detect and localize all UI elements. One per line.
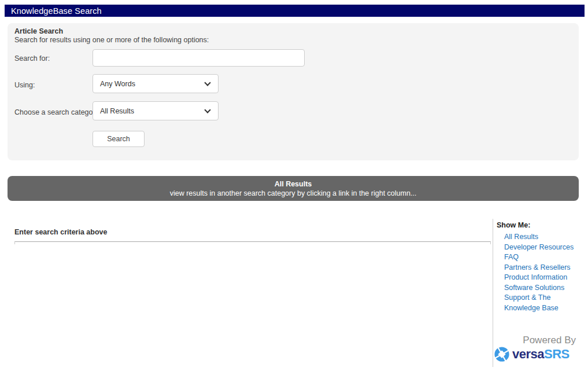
- article-search-title: Article Search: [14, 27, 63, 35]
- sidebar-divider-line: [493, 219, 493, 367]
- brand-srs-text: SRS: [544, 347, 569, 361]
- show-me-link-list: All Results Developer Resources FAQ Part…: [504, 232, 581, 313]
- versasrs-shutter-icon: [494, 347, 509, 362]
- results-banner: All Results view results in another sear…: [8, 176, 579, 201]
- category-select-wrap: All Results: [93, 101, 219, 120]
- powered-by-text: Powered By: [495, 335, 576, 346]
- article-search-subtitle: Search for results using one or more of …: [14, 36, 209, 44]
- page-header-bar: KnowledgeBase Search: [5, 5, 585, 17]
- sidebar-link-support-knowledge-base[interactable]: Support & The Knowledge Base: [504, 293, 581, 313]
- using-select-wrap: Any Words: [93, 74, 219, 93]
- page-title: KnowledgeBase Search: [11, 6, 102, 16]
- sidebar-link-partners-resellers[interactable]: Partners & Resellers: [504, 263, 581, 273]
- show-me-heading: Show Me:: [497, 221, 530, 229]
- search-for-label: Search for:: [14, 54, 50, 63]
- search-input[interactable]: [93, 49, 305, 67]
- sidebar-link-software-solutions[interactable]: Software Solutions: [504, 283, 581, 293]
- category-select[interactable]: All Results: [93, 101, 219, 120]
- category-label: Choose a search category:: [14, 108, 101, 116]
- versasrs-logo: versaSRS: [494, 347, 569, 362]
- results-divider-line: [14, 241, 491, 244]
- sidebar-link-faq[interactable]: FAQ: [504, 252, 581, 263]
- results-banner-subtitle: view results in another search category …: [170, 189, 417, 197]
- brand-versa-text: versa: [512, 347, 544, 361]
- sidebar-link-developer-resources[interactable]: Developer Resources: [504, 243, 581, 253]
- using-label: Using:: [14, 81, 35, 89]
- versasrs-wordmark: versaSRS: [512, 347, 569, 362]
- sidebar-link-product-information[interactable]: Product Information: [504, 273, 581, 283]
- results-banner-title: All Results: [275, 180, 312, 188]
- knowledgebase-search-page: KnowledgeBase Search Article Search Sear…: [0, 0, 588, 378]
- sidebar-link-all-results[interactable]: All Results: [504, 232, 581, 243]
- search-button[interactable]: Search: [93, 131, 145, 147]
- article-search-panel: Article Search Search for results using …: [8, 23, 579, 160]
- empty-results-message: Enter search criteria above: [14, 228, 108, 236]
- using-select[interactable]: Any Words: [93, 74, 219, 93]
